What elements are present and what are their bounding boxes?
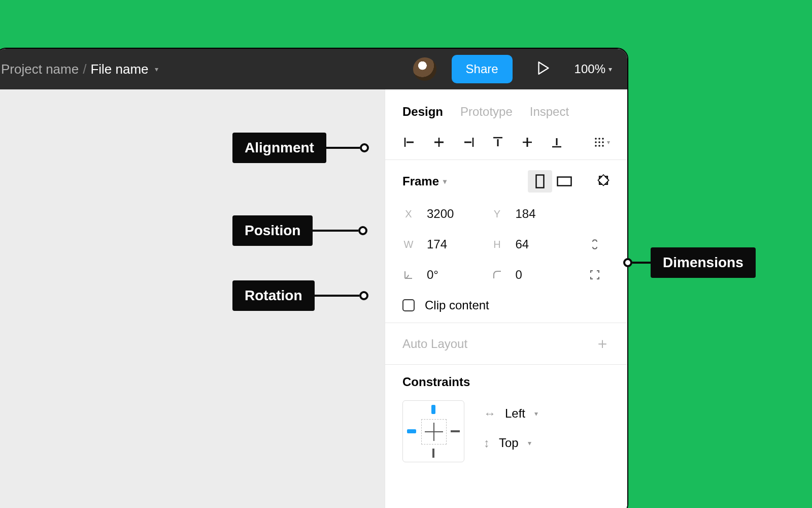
align-h-center-icon[interactable]: [432, 135, 446, 149]
chevron-down-icon: ▾: [608, 65, 612, 73]
constraint-horizontal-select[interactable]: ↔ Left ▾: [484, 406, 538, 421]
align-right-icon[interactable]: [461, 135, 476, 149]
corner-radius-field[interactable]: 0: [491, 268, 580, 282]
angle-icon: [402, 270, 415, 280]
constraint-v-value: Top: [499, 436, 519, 450]
align-left-icon[interactable]: [402, 135, 417, 149]
alignment-section: ▾: [385, 130, 627, 160]
zoom-level[interactable]: 100% ▾: [574, 62, 612, 76]
file-name[interactable]: File name: [90, 61, 148, 77]
frame-label-text: Frame: [402, 174, 439, 188]
properties-panel: Design Prototype Inspect ▾: [385, 89, 627, 508]
constraints-widget[interactable]: [402, 400, 464, 462]
callout-label: Rotation: [232, 280, 315, 311]
add-auto-layout-icon[interactable]: ＋: [595, 333, 610, 354]
svg-point-12: [595, 138, 597, 140]
y-value: 184: [516, 207, 536, 221]
panel-tabs: Design Prototype Inspect: [385, 89, 627, 130]
svg-point-13: [598, 138, 600, 140]
callout-label: Position: [232, 215, 313, 246]
y-label: Y: [491, 208, 503, 220]
svg-point-18: [595, 145, 597, 147]
auto-layout-section: Auto Layout ＋: [385, 323, 627, 364]
frame-section: Frame ▾ X3200 Y184 W174: [385, 160, 627, 323]
independent-corners-icon[interactable]: [580, 269, 610, 280]
zoom-value: 100%: [574, 62, 605, 76]
tab-prototype[interactable]: Prototype: [460, 105, 513, 119]
tab-design[interactable]: Design: [402, 105, 443, 119]
corner-radius-icon: [491, 270, 503, 280]
orientation-portrait-icon[interactable]: [528, 170, 552, 193]
callout-dimensions: Dimensions: [623, 247, 756, 278]
rotation-value: 0°: [427, 268, 438, 282]
callout-position: Position: [232, 215, 367, 246]
constraints-title: Constraints: [402, 375, 610, 389]
horizontal-arrow-icon: ↔: [484, 406, 496, 421]
project-name[interactable]: Project name: [1, 61, 79, 77]
orientation-group: [528, 170, 577, 193]
w-value: 174: [427, 237, 447, 251]
h-value: 64: [516, 237, 529, 251]
x-label: X: [402, 208, 415, 220]
radius-value: 0: [516, 268, 522, 282]
share-button[interactable]: Share: [452, 55, 513, 83]
svg-point-15: [595, 141, 597, 143]
svg-point-16: [598, 141, 600, 143]
constraint-vertical-select[interactable]: ↕ Top ▾: [484, 436, 538, 450]
play-icon[interactable]: [538, 61, 549, 77]
align-top-icon[interactable]: [491, 135, 505, 149]
constraint-h-value: Left: [505, 406, 525, 421]
y-field[interactable]: Y184: [491, 207, 580, 221]
svg-point-17: [602, 141, 604, 143]
svg-rect-21: [536, 175, 544, 188]
svg-point-20: [602, 145, 604, 147]
svg-rect-22: [558, 177, 571, 186]
resize-to-fit-icon[interactable]: [597, 174, 610, 189]
x-field[interactable]: X3200: [402, 207, 491, 221]
tab-inspect[interactable]: Inspect: [530, 105, 569, 119]
rotation-field[interactable]: 0°: [402, 268, 491, 282]
distribute-more-icon[interactable]: ▾: [594, 137, 610, 148]
clip-content-toggle[interactable]: Clip content: [402, 298, 610, 312]
constrain-proportions-icon[interactable]: [580, 237, 610, 251]
app-window: Project name / File name ▾ Share 100% ▾ …: [0, 48, 628, 508]
checkbox-icon: [402, 299, 415, 311]
w-label: W: [402, 239, 415, 250]
callout-label: Dimensions: [651, 247, 756, 278]
svg-point-19: [598, 145, 600, 147]
height-field[interactable]: H64: [491, 237, 580, 251]
svg-point-14: [602, 138, 604, 140]
h-label: H: [491, 239, 503, 250]
chevron-down-icon: ▾: [607, 139, 610, 146]
breadcrumb-separator: /: [83, 61, 86, 77]
vertical-arrow-icon: ↕: [484, 436, 490, 450]
frame-dropdown[interactable]: Frame ▾: [402, 174, 447, 188]
chevron-down-icon[interactable]: ▾: [155, 65, 158, 73]
top-bar: Project name / File name ▾ Share 100% ▾: [0, 49, 627, 89]
orientation-landscape-icon[interactable]: [552, 170, 577, 193]
breadcrumb[interactable]: Project name / File name ▾: [1, 61, 158, 77]
constraints-section: Constraints ↔ Left ▾: [385, 364, 627, 472]
chevron-down-icon: ▾: [528, 439, 531, 447]
auto-layout-label: Auto Layout: [402, 337, 467, 351]
chevron-down-icon: ▾: [534, 409, 538, 418]
clip-content-label: Clip content: [425, 298, 489, 312]
width-field[interactable]: W174: [402, 237, 491, 251]
align-bottom-icon[interactable]: [550, 135, 564, 149]
chevron-down-icon: ▾: [443, 177, 447, 185]
callout-rotation: Rotation: [232, 280, 368, 311]
avatar[interactable]: [413, 57, 436, 81]
callout-label: Alignment: [232, 133, 326, 163]
x-value: 3200: [427, 207, 454, 221]
callout-alignment: Alignment: [232, 133, 369, 163]
align-v-center-icon[interactable]: [520, 135, 534, 149]
